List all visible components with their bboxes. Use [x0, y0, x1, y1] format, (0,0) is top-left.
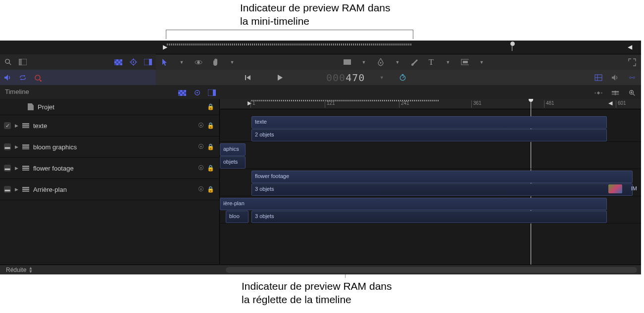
- search-icon[interactable]: [4, 58, 12, 66]
- timecode-display[interactable]: 000470: [326, 72, 365, 84]
- lock-icon[interactable]: 🔒: [207, 186, 214, 193]
- rectangle-tool-icon[interactable]: [343, 58, 351, 66]
- timeline-body: Projet 🔒 ✓▶texte⦿🔒▬▶bloom graphics⦿🔒▬▶fl…: [0, 99, 641, 265]
- layer-name: bloom graphics: [33, 143, 194, 151]
- layer-row[interactable]: ▬▶bloom graphics⦿🔒: [0, 136, 219, 158]
- clip-bar[interactable]: ière-plan: [220, 198, 607, 210]
- isolate-icon[interactable]: ⦿: [198, 143, 204, 150]
- disclosure-arrow-icon[interactable]: ▶: [15, 187, 18, 192]
- keyframes-icon[interactable]: [628, 74, 636, 82]
- track-row[interactable]: flower footage 3 objets IM: [220, 170, 641, 196]
- chevron-down-icon[interactable]: ▼: [378, 74, 386, 82]
- chevron-down-icon[interactable]: ▼: [394, 58, 401, 66]
- layer-row[interactable]: ▬▶flower footage⦿🔒: [0, 158, 219, 179]
- chevron-down-icon[interactable]: ▼: [228, 58, 236, 66]
- svg-rect-35: [178, 90, 180, 92]
- isolate-icon[interactable]: ⦿: [198, 165, 204, 172]
- timeline-view-icon[interactable]: [594, 74, 602, 82]
- clip-sub[interactable]: bloo: [226, 211, 248, 223]
- enable-toggle[interactable]: ▬: [4, 165, 11, 172]
- mini-timeline[interactable]: ▶ ◀: [0, 41, 641, 54]
- clip-bar[interactable]: flower footage: [251, 171, 633, 183]
- svg-rect-39: [178, 94, 180, 96]
- snap-icon[interactable]: [594, 89, 602, 97]
- stepper-icon[interactable]: ▲▼: [28, 267, 33, 273]
- disclosure-arrow-icon[interactable]: ▶: [15, 123, 18, 128]
- clip-sub[interactable]: 3 objets: [251, 211, 607, 223]
- enable-toggle[interactable]: ▬: [4, 186, 11, 193]
- gear-icon[interactable]: [193, 89, 201, 97]
- panels-icon[interactable]: [144, 58, 152, 66]
- svg-rect-5: [114, 59, 116, 61]
- clip-sub[interactable]: objets: [220, 156, 246, 169]
- text-tool-icon[interactable]: T: [427, 58, 435, 66]
- out-point-icon[interactable]: ◀: [628, 44, 632, 50]
- go-to-start-icon[interactable]: [244, 74, 252, 82]
- isolate-icon[interactable]: ⦿: [198, 122, 204, 129]
- record-icon[interactable]: [34, 74, 42, 82]
- enable-toggle[interactable]: ▬: [4, 143, 11, 150]
- pen-tool-icon[interactable]: [377, 58, 385, 66]
- audio-out-icon[interactable]: [611, 74, 619, 82]
- horizontal-scrollbar[interactable]: [226, 267, 637, 273]
- svg-point-45: [594, 92, 596, 93]
- library-icon[interactable]: [19, 58, 27, 66]
- mini-playhead[interactable]: [510, 42, 514, 48]
- hand-tool-icon[interactable]: [211, 58, 219, 66]
- svg-line-30: [402, 77, 404, 78]
- panels-icon[interactable]: [208, 89, 216, 97]
- orbit-tool-icon[interactable]: [195, 58, 202, 66]
- ruler-tick: 361: [471, 100, 482, 108]
- lock-icon[interactable]: 🔒: [207, 165, 214, 172]
- play-icon[interactable]: [276, 74, 284, 82]
- zoom-fit-icon[interactable]: [628, 89, 636, 97]
- expand-icon[interactable]: [628, 58, 636, 66]
- layer-row[interactable]: ✓▶texte⦿🔒: [0, 115, 219, 136]
- out-point-icon[interactable]: ◀: [608, 100, 612, 106]
- disclosure-arrow-icon[interactable]: ▶: [15, 144, 18, 149]
- lock-icon[interactable]: 🔒: [207, 103, 214, 110]
- chevron-down-icon[interactable]: ▼: [444, 58, 452, 66]
- disclosure-arrow-icon[interactable]: ▶: [15, 166, 18, 171]
- svg-point-22: [380, 62, 382, 63]
- clip-sub[interactable]: 3 objets: [251, 183, 633, 196]
- chevron-down-icon[interactable]: ▼: [478, 58, 486, 66]
- pointer-tool-icon[interactable]: [161, 58, 169, 66]
- lock-icon[interactable]: 🔒: [207, 122, 214, 129]
- audio-icon[interactable]: [4, 74, 12, 82]
- stopwatch-icon[interactable]: [398, 74, 406, 82]
- loop-icon[interactable]: [19, 74, 27, 82]
- ruler-tick: 121: [325, 100, 335, 108]
- track-row[interactable]: ière-plan bloo 3 objets: [220, 197, 641, 224]
- clip-bar[interactable]: texte: [251, 116, 607, 129]
- chevron-down-icon[interactable]: ▼: [178, 58, 186, 66]
- checkerboard-icon[interactable]: [178, 89, 186, 97]
- track-row[interactable]: texte 2 objets: [220, 115, 641, 142]
- mask-tool-icon[interactable]: [461, 58, 469, 66]
- mini-timeline-track[interactable]: ▶ ◀: [156, 41, 637, 54]
- isolate-icon[interactable]: ⦿: [198, 186, 204, 193]
- stack-icon: [22, 187, 29, 192]
- track-display-icon[interactable]: [611, 89, 619, 97]
- scrollbar-thumb[interactable]: [226, 267, 637, 273]
- gear-icon[interactable]: [129, 58, 137, 66]
- lock-icon[interactable]: 🔒: [207, 143, 214, 150]
- stack-icon: [22, 144, 29, 149]
- track-row[interactable]: aphics objets: [220, 142, 641, 169]
- clip-thumb-label: IM: [631, 185, 637, 191]
- callout-top: Indicateur de preview RAM dans la mini-t…: [240, 1, 391, 28]
- layer-row[interactable]: ▬▶Arrière-plan⦿🔒: [0, 179, 219, 200]
- project-row[interactable]: Projet 🔒: [0, 99, 219, 115]
- timeline-ruler[interactable]: ▶ 1121241361481601 ◀: [220, 99, 641, 109]
- svg-rect-40: [182, 94, 184, 96]
- brush-tool-icon[interactable]: [410, 58, 418, 66]
- tracks-area[interactable]: ▶ 1121241361481601 ◀ texte 2 objets aphi…: [220, 99, 641, 265]
- view-mode-label[interactable]: Réduite: [0, 267, 26, 273]
- svg-rect-6: [118, 59, 120, 61]
- canvas-toolbar: ▼ ▼ ▼ ▼ T ▼ ▼: [0, 54, 641, 70]
- clip-bar[interactable]: aphics: [220, 143, 246, 156]
- checkerboard-icon[interactable]: [114, 58, 122, 66]
- checkbox-checked[interactable]: ✓: [4, 122, 11, 129]
- clip-sub[interactable]: 2 objets: [251, 129, 607, 141]
- chevron-down-icon[interactable]: ▼: [360, 58, 368, 66]
